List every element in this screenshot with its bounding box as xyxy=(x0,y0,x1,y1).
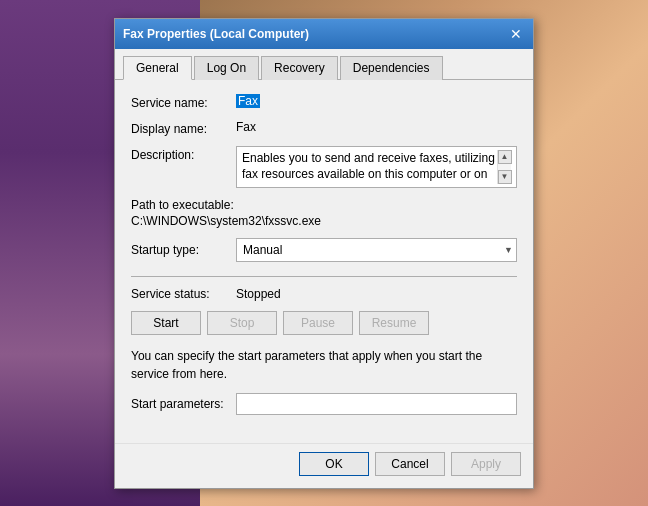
display-name-label: Display name: xyxy=(131,120,236,136)
ok-button[interactable]: OK xyxy=(299,452,369,476)
service-name-value: Fax xyxy=(236,94,517,108)
start-params-row: Start parameters: xyxy=(131,393,517,415)
service-status-label: Service status: xyxy=(131,287,236,301)
description-label: Description: xyxy=(131,146,236,162)
service-status-value: Stopped xyxy=(236,287,281,301)
scroll-down-button[interactable]: ▼ xyxy=(498,170,512,184)
startup-type-label: Startup type: xyxy=(131,243,236,257)
service-name-label: Service name: xyxy=(131,94,236,110)
tab-dependencies[interactable]: Dependencies xyxy=(340,56,443,80)
resume-service-button[interactable]: Resume xyxy=(359,311,429,335)
info-text: You can specify the start parameters tha… xyxy=(131,347,517,383)
tab-recovery[interactable]: Recovery xyxy=(261,56,338,80)
dialog-title: Fax Properties (Local Computer) xyxy=(123,27,309,41)
path-section: Path to executable: C:\WINDOWS\system32\… xyxy=(131,198,517,228)
service-status-row: Service status: Stopped xyxy=(131,287,517,301)
scroll-up-button[interactable]: ▲ xyxy=(498,150,512,164)
description-row: Description: Enables you to send and rec… xyxy=(131,146,517,188)
startup-type-select[interactable]: Automatic Automatic (Delayed Start) Manu… xyxy=(236,238,517,262)
start-service-button[interactable]: Start xyxy=(131,311,201,335)
apply-button[interactable]: Apply xyxy=(451,452,521,476)
startup-type-row: Startup type: Automatic Automatic (Delay… xyxy=(131,238,517,262)
description-box: Enables you to send and receive faxes, u… xyxy=(236,146,517,188)
display-name-row: Display name: Fax xyxy=(131,120,517,136)
section-divider xyxy=(131,276,517,277)
display-name-value: Fax xyxy=(236,120,517,134)
description-scrollbar[interactable]: ▲ ▼ xyxy=(497,150,511,184)
tab-general[interactable]: General xyxy=(123,56,192,80)
startup-select-wrapper[interactable]: Automatic Automatic (Delayed Start) Manu… xyxy=(236,238,517,262)
description-text: Enables you to send and receive faxes, u… xyxy=(242,150,497,184)
tab-logon[interactable]: Log On xyxy=(194,56,259,80)
path-value: C:\WINDOWS\system32\fxssvc.exe xyxy=(131,214,517,228)
dialog-overlay: Fax Properties (Local Computer) ✕ Genera… xyxy=(0,0,648,506)
start-params-label: Start parameters: xyxy=(131,397,236,411)
tabs-bar: General Log On Recovery Dependencies xyxy=(115,49,533,80)
stop-service-button[interactable]: Stop xyxy=(207,311,277,335)
pause-service-button[interactable]: Pause xyxy=(283,311,353,335)
dialog-content: Service name: Fax Display name: Fax Desc… xyxy=(115,80,533,443)
service-control-buttons: Start Stop Pause Resume xyxy=(131,311,517,335)
dialog-footer: OK Cancel Apply xyxy=(115,443,533,488)
service-name-row: Service name: Fax xyxy=(131,94,517,110)
start-params-input[interactable] xyxy=(236,393,517,415)
close-button[interactable]: ✕ xyxy=(507,25,525,43)
cancel-button[interactable]: Cancel xyxy=(375,452,445,476)
title-bar: Fax Properties (Local Computer) ✕ xyxy=(115,19,533,49)
path-label: Path to executable: xyxy=(131,198,517,212)
fax-properties-dialog: Fax Properties (Local Computer) ✕ Genera… xyxy=(114,18,534,489)
